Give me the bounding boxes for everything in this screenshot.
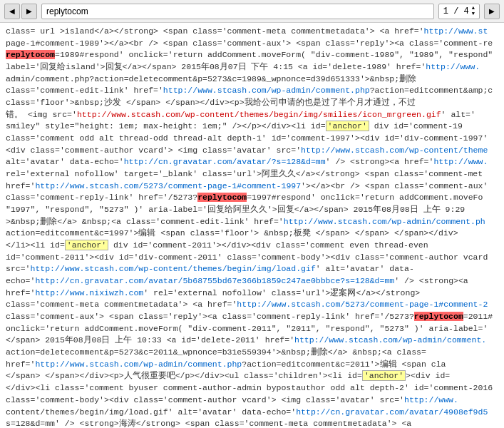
link[interactable]: http://www.stcash.com/5273/comment-page-… [35, 181, 301, 190]
content-line: </span> 2015年08月08日 上午 10:33 <a id='dele… [6, 335, 486, 345]
link[interactable]: http://www. [404, 395, 458, 404]
link[interactable]: http://www. [426, 62, 480, 71]
address-input[interactable] [46, 6, 429, 16]
address-bar[interactable] [41, 4, 434, 19]
content-line: src='http://www.stcash.com/wp-content/th… [6, 264, 414, 273]
link[interactable]: http://www.stcash.com/wp-admin/comment.p… [284, 217, 485, 226]
link[interactable]: http://www.stcash.com/wp-admin/comment. [294, 335, 486, 345]
nav-buttons: ◀ ▶ [4, 4, 37, 19]
content-line: onclick='return addComment.moveForm( "di… [6, 324, 488, 333]
link[interactable]: http://cn.gravatar.com/avatar/5b68755bd6… [35, 276, 394, 285]
browser-toolbar: ◀ ▶ 1 / 4 ▲ ▼ ▶ [0, 0, 504, 23]
page-up-arrow[interactable]: ▲ [472, 6, 475, 11]
content-line: action=deletecomment&p=5273&c=2011&_wpno… [6, 347, 426, 357]
content-line: <div class='comment-author vcard'> <img … [6, 146, 488, 155]
content-line: "1997", "respond", "5273" )' aria-label=… [6, 205, 465, 214]
back-button[interactable]: ◀ [4, 4, 20, 19]
expand-button[interactable]: ▶ [484, 4, 500, 19]
content-line: echo='http://cn.gravatar.com/avatar/5b68… [6, 276, 468, 285]
content-line: class='comment-reply-link' href='/5273?r… [6, 193, 483, 202]
content-line: class='comment-edit-link' href='http://w… [6, 86, 493, 95]
content-line: id='comment-2011'><div id='div-comment-2… [6, 253, 488, 262]
link[interactable]: http://www.nixiwzh.com [35, 288, 143, 297]
content-line: href='http://www.nixiwzh.com' rel='exter… [6, 288, 420, 297]
content-line: class='comment odd alt thread-odd thread… [6, 133, 488, 143]
content-line: class='comment-body'><div class='comment… [6, 395, 458, 404]
content-line: s=128&d=mm' /> <strong>海涛</strong> <span… [6, 419, 411, 428]
content-line: rel='external nofollow' target='_blank' … [6, 169, 483, 178]
page-counter: 1 / 4 ▲ ▼ [438, 4, 480, 19]
content-line: </li><li id='anchor' div id='comment-201… [6, 240, 428, 250]
content-line: admin/comment.php?action=deletecomment&p… [6, 74, 416, 83]
content-line: smiley" style="height: 1em; max-height: … [6, 121, 463, 131]
forward-button[interactable]: ▶ [21, 4, 37, 19]
content-line: class='floor'>&nbsp;沙发 </span> </span></… [6, 98, 416, 107]
content-line: class= url >island</a></strong> <span cl… [6, 26, 488, 36]
content-line: </div><li class='comment byuser comment-… [6, 383, 493, 392]
link[interactable]: http://cn.gravatar.com/avatar/4908ef9d5 [296, 407, 488, 417]
content-line: >&nbsp;删除</a> &nbsp;<a class='comment-ed… [6, 217, 485, 226]
link[interactable]: http://www.stcash.com/wp-content/theme [301, 146, 488, 155]
content-area: class= url >island</a></strong> <span cl… [0, 23, 504, 428]
content-line: class='comment-meta commentmetadata'> <a… [6, 300, 488, 309]
link-red[interactable]: http://www.stcash.com/wp-content/themes/… [77, 110, 441, 119]
link[interactable]: http://www.stcash.com/5273/comment-page-… [237, 300, 488, 309]
content-line: class='comment-aux'> <span class='reply'… [6, 312, 493, 321]
content-line: replytocom=1989#respond' onclick='return… [6, 50, 493, 59]
page-arrows: ▲ ▼ [472, 6, 475, 16]
link[interactable]: http://www.stcash.com/wp-content/themes/… [31, 264, 316, 273]
link[interactable]: http://cn.gravatar.com/avatar/?s=128&d=m… [124, 157, 326, 166]
content-line: alt='avatar' data-echo='http://cn.gravat… [6, 157, 488, 166]
page-down-arrow[interactable]: ▼ [472, 11, 475, 16]
content-line: page-1#comment-1989'></a><br /> <span cl… [6, 39, 493, 48]
content-line: action=editcomment&c=1997'>编辑 <span clas… [6, 228, 458, 238]
content-line: href='http://www.stcash.com/wp-admin/com… [6, 360, 446, 369]
link[interactable]: http://www.stcash.com/wp-admin/comment.p… [35, 360, 242, 369]
content-line: href='http://www.stcash.com/5273/comment… [6, 181, 488, 190]
content-line: label='回复给island'>回复</a></span> 2015年08月… [6, 62, 480, 71]
link2[interactable]: http://www. [433, 157, 488, 166]
content-line: content/themes/begin/img/load.gif' alt='… [6, 407, 488, 417]
link[interactable]: http://www.stcash.com/wp-admin/comment.p… [163, 86, 370, 95]
content-line: </span> </span></div><p>人气很重要吧</p></div>… [6, 370, 450, 381]
content-line: 错。 <img src='http://www.stcash.com/wp-co… [6, 110, 475, 119]
page-counter-text: 1 / 4 [443, 6, 469, 16]
